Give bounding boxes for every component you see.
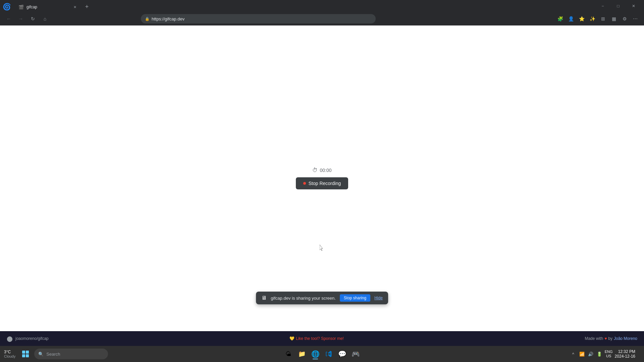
hide-button[interactable]: Hide bbox=[374, 296, 383, 300]
taskbar-app-xbox[interactable]: 🎮 bbox=[350, 348, 362, 360]
taskbar-app-edge[interactable]: 🌐 bbox=[309, 348, 321, 360]
clock-time: 12:32 PM bbox=[618, 349, 635, 354]
ime-indicator[interactable]: ENG US bbox=[605, 350, 613, 358]
github-link[interactable]: joaomoreno/gifcap bbox=[15, 336, 49, 341]
collections-button[interactable]: ⊞ bbox=[598, 14, 608, 23]
settings-button[interactable]: ⚙ bbox=[620, 14, 629, 23]
active-tab[interactable]: 🎬 gifcap ✕ bbox=[14, 2, 82, 12]
address-bar: ← → ↻ ⌂ 🔒 https://gifcap.dev 🧩 👤 ⭐ ✨ ⊞ ▦… bbox=[0, 12, 644, 25]
browser-icon-area: 🌀 bbox=[3, 3, 11, 11]
sidebar-button[interactable]: ▦ bbox=[609, 14, 619, 23]
weather-temp: 3°C bbox=[4, 350, 11, 354]
more-button[interactable]: ⋯ bbox=[631, 14, 640, 23]
windows-logo bbox=[22, 351, 29, 357]
taskbar-app-vscode[interactable] bbox=[323, 348, 335, 360]
tab-favicon: 🎬 bbox=[18, 5, 24, 10]
home-button[interactable]: ⌂ bbox=[40, 14, 50, 23]
weather-description: Cloudy bbox=[4, 354, 15, 358]
recording-dot-icon bbox=[303, 182, 306, 185]
heart-icon: ♥ bbox=[604, 336, 607, 341]
made-with-text: Made with bbox=[585, 336, 603, 341]
tray-volume-icon[interactable]: 🔊 bbox=[587, 351, 594, 357]
clock-date: 2024-12-16 bbox=[615, 354, 635, 359]
copilot-button[interactable]: ✨ bbox=[588, 14, 597, 23]
stop-sharing-button[interactable]: Stop sharing bbox=[340, 294, 370, 302]
tab-close-icon[interactable]: ✕ bbox=[72, 4, 77, 10]
url-bar[interactable]: 🔒 https://gifcap.dev bbox=[141, 14, 376, 23]
search-bar[interactable]: 🔍 Search bbox=[34, 349, 108, 359]
tray-network-icon[interactable]: 📶 bbox=[579, 351, 585, 357]
tab-bar: 🌀 🎬 gifcap ✕ + − □ ✕ bbox=[0, 0, 644, 12]
forward-button[interactable]: → bbox=[16, 14, 25, 23]
taskbar-app-widgets[interactable]: 🌤 bbox=[282, 348, 294, 360]
taskbar: 3°C Cloudy 🔍 Search 🌤 📁 🌐 💬 🎮 bbox=[0, 346, 644, 362]
footer-right: Made with ♥ by João Moreno bbox=[585, 336, 637, 341]
site-footer: ⬤ joaomoreno/gifcap 💛 Like the tool? Spo… bbox=[0, 331, 644, 346]
by-text: by bbox=[608, 336, 612, 341]
taskbar-app-discord[interactable]: 💬 bbox=[336, 348, 348, 360]
sharing-bar: 🖥 gifcap.dev is sharing your screen. Sto… bbox=[256, 292, 388, 304]
search-bar-placeholder: Search bbox=[46, 352, 60, 357]
search-bar-icon: 🔍 bbox=[38, 352, 44, 357]
footer-center: 💛 Like the tool? Sponsor me! bbox=[289, 336, 344, 341]
stop-recording-label: Stop Recording bbox=[309, 181, 341, 186]
tab-title: gifcap bbox=[26, 5, 69, 9]
footer-left: ⬤ joaomoreno/gifcap bbox=[7, 336, 49, 342]
ssl-lock-icon: 🔒 bbox=[145, 17, 150, 21]
close-button[interactable]: ✕ bbox=[626, 1, 641, 11]
window-controls: − □ ✕ bbox=[595, 1, 641, 11]
timer-value: 00:00 bbox=[320, 168, 331, 173]
url-text: https://gifcap.dev bbox=[152, 16, 184, 21]
sharing-screen-icon: 🖥 bbox=[261, 295, 267, 301]
extensions-button[interactable]: 🧩 bbox=[555, 14, 565, 23]
sharing-message: gifcap.dev is sharing your screen. bbox=[271, 296, 336, 301]
clock-icon: ⏱ bbox=[312, 167, 318, 173]
ime-region: US bbox=[605, 354, 613, 358]
browser-window: 🌀 🎬 gifcap ✕ + − □ ✕ ← → ↻ ⌂ 🔒 https://g… bbox=[0, 0, 644, 362]
maximize-button[interactable]: □ bbox=[610, 1, 626, 11]
ime-lang: ENG bbox=[605, 350, 613, 354]
show-desktop-button[interactable] bbox=[637, 348, 640, 360]
author-link[interactable]: João Moreno bbox=[614, 336, 637, 341]
timer-display: ⏱ 00:00 bbox=[312, 167, 331, 173]
taskbar-right: ^ 📶 🔊 🔋 ENG US 12:32 PM 2024-12-16 bbox=[570, 348, 640, 360]
github-icon: ⬤ bbox=[7, 336, 13, 342]
tray-expand-button[interactable]: ^ bbox=[570, 351, 577, 357]
browser-logo: 🌀 bbox=[3, 3, 11, 11]
sponsor-link[interactable]: Like the tool? Sponsor me! bbox=[296, 336, 344, 341]
clock-widget[interactable]: 12:32 PM 2024-12-16 bbox=[615, 349, 635, 359]
minimize-button[interactable]: − bbox=[595, 1, 610, 11]
taskbar-app-files[interactable]: 📁 bbox=[296, 348, 308, 360]
stop-recording-button[interactable]: Stop Recording bbox=[296, 177, 348, 189]
start-button[interactable] bbox=[19, 348, 32, 360]
refresh-button[interactable]: ↻ bbox=[28, 14, 38, 23]
heart-emoji: 💛 bbox=[289, 336, 294, 341]
profile-button[interactable]: 👤 bbox=[566, 14, 576, 23]
toolbar-right: 🧩 👤 ⭐ ✨ ⊞ ▦ ⚙ ⋯ bbox=[555, 14, 640, 23]
favorites-button[interactable]: ⭐ bbox=[577, 14, 586, 23]
weather-widget[interactable]: 3°C Cloudy bbox=[4, 350, 15, 358]
new-tab-button[interactable]: + bbox=[82, 2, 92, 11]
back-button[interactable]: ← bbox=[4, 14, 13, 23]
tray-battery-icon[interactable]: 🔋 bbox=[596, 351, 603, 357]
taskbar-center: 🌤 📁 🌐 💬 🎮 bbox=[282, 348, 362, 360]
page-content: ⏱ 00:00 Stop Recording 🖥 gifcap.dev is s… bbox=[0, 25, 644, 331]
